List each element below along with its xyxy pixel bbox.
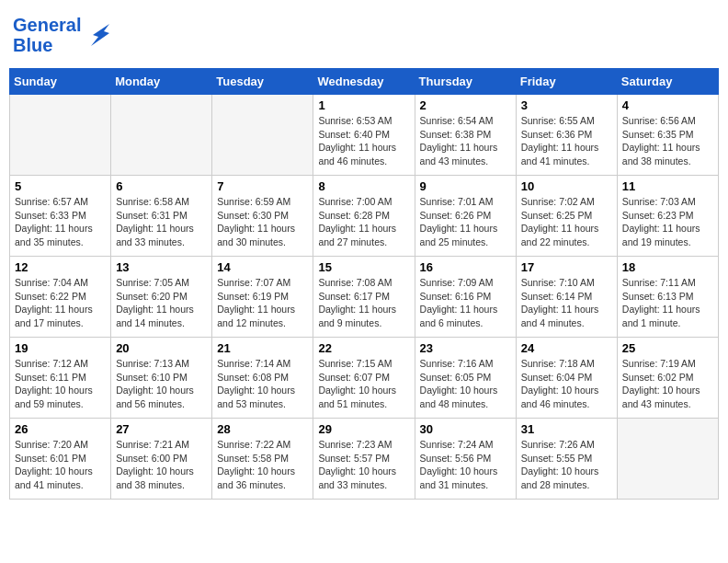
- day-number: 4: [622, 98, 713, 112]
- calendar-cell: [10, 95, 111, 176]
- day-info: Sunrise: 7:09 AMSunset: 6:16 PMDaylight:…: [420, 276, 511, 330]
- calendar-cell: 4Sunrise: 6:56 AMSunset: 6:35 PMDaylight…: [617, 95, 718, 176]
- day-info: Sunrise: 6:59 AMSunset: 6:30 PMDaylight:…: [217, 195, 308, 249]
- calendar-cell: 28Sunrise: 7:22 AMSunset: 5:58 PMDayligh…: [212, 419, 313, 500]
- day-number: 6: [116, 179, 207, 193]
- weekday-header-thursday: Thursday: [415, 69, 516, 95]
- day-number: 1: [318, 98, 409, 112]
- weekday-header-row: SundayMondayTuesdayWednesdayThursdayFrid…: [10, 69, 719, 95]
- calendar-cell: 30Sunrise: 7:24 AMSunset: 5:56 PMDayligh…: [415, 419, 516, 500]
- day-number: 3: [521, 98, 612, 112]
- calendar-cell: 7Sunrise: 6:59 AMSunset: 6:30 PMDaylight…: [212, 176, 313, 257]
- day-number: 20: [116, 341, 207, 355]
- day-info: Sunrise: 7:12 AMSunset: 6:11 PMDaylight:…: [15, 357, 106, 411]
- day-info: Sunrise: 6:57 AMSunset: 6:33 PMDaylight:…: [15, 195, 106, 249]
- calendar-cell: 26Sunrise: 7:20 AMSunset: 6:01 PMDayligh…: [10, 419, 111, 500]
- calendar-cell: 12Sunrise: 7:04 AMSunset: 6:22 PMDayligh…: [10, 257, 111, 338]
- day-number: 18: [622, 260, 713, 274]
- page-header: General Blue: [9, 9, 719, 61]
- day-number: 5: [15, 179, 106, 193]
- calendar-cell: 23Sunrise: 7:16 AMSunset: 6:05 PMDayligh…: [415, 338, 516, 419]
- weekday-header-saturday: Saturday: [617, 69, 718, 95]
- calendar-cell: 6Sunrise: 6:58 AMSunset: 6:31 PMDaylight…: [111, 176, 212, 257]
- day-number: 11: [622, 179, 713, 193]
- calendar-cell: 24Sunrise: 7:18 AMSunset: 6:04 PMDayligh…: [516, 338, 617, 419]
- calendar-cell: 11Sunrise: 7:03 AMSunset: 6:23 PMDayligh…: [617, 176, 718, 257]
- calendar-week-row: 12Sunrise: 7:04 AMSunset: 6:22 PMDayligh…: [10, 257, 719, 338]
- calendar-cell: 29Sunrise: 7:23 AMSunset: 5:57 PMDayligh…: [313, 419, 415, 500]
- weekday-header-monday: Monday: [111, 69, 212, 95]
- day-info: Sunrise: 7:20 AMSunset: 6:01 PMDaylight:…: [15, 438, 106, 492]
- day-info: Sunrise: 7:10 AMSunset: 6:14 PMDaylight:…: [521, 276, 612, 330]
- day-number: 2: [420, 98, 511, 112]
- calendar-cell: 20Sunrise: 7:13 AMSunset: 6:10 PMDayligh…: [111, 338, 212, 419]
- calendar-cell: 19Sunrise: 7:12 AMSunset: 6:11 PMDayligh…: [10, 338, 111, 419]
- day-number: 15: [318, 260, 409, 274]
- day-info: Sunrise: 7:03 AMSunset: 6:23 PMDaylight:…: [622, 195, 713, 249]
- day-number: 9: [420, 179, 511, 193]
- calendar-cell: 14Sunrise: 7:07 AMSunset: 6:19 PMDayligh…: [212, 257, 313, 338]
- logo-text: General: [13, 15, 81, 35]
- day-info: Sunrise: 6:53 AMSunset: 6:40 PMDaylight:…: [318, 114, 409, 168]
- calendar-cell: 27Sunrise: 7:21 AMSunset: 6:00 PMDayligh…: [111, 419, 212, 500]
- day-info: Sunrise: 7:05 AMSunset: 6:20 PMDaylight:…: [116, 276, 207, 330]
- logo-text2: Blue: [13, 35, 81, 55]
- calendar-cell: 21Sunrise: 7:14 AMSunset: 6:08 PMDayligh…: [212, 338, 313, 419]
- weekday-header-sunday: Sunday: [10, 69, 111, 95]
- day-info: Sunrise: 7:00 AMSunset: 6:28 PMDaylight:…: [318, 195, 409, 249]
- day-info: Sunrise: 7:21 AMSunset: 6:00 PMDaylight:…: [116, 438, 207, 492]
- day-number: 31: [521, 422, 612, 436]
- day-info: Sunrise: 7:04 AMSunset: 6:22 PMDaylight:…: [15, 276, 106, 330]
- day-number: 22: [318, 341, 409, 355]
- calendar-week-row: 1Sunrise: 6:53 AMSunset: 6:40 PMDaylight…: [10, 95, 719, 176]
- day-info: Sunrise: 6:56 AMSunset: 6:35 PMDaylight:…: [622, 114, 713, 168]
- day-number: 25: [622, 341, 713, 355]
- weekday-header-tuesday: Tuesday: [212, 69, 313, 95]
- day-number: 13: [116, 260, 207, 274]
- calendar-cell: 17Sunrise: 7:10 AMSunset: 6:14 PMDayligh…: [516, 257, 617, 338]
- calendar-cell: 13Sunrise: 7:05 AMSunset: 6:20 PMDayligh…: [111, 257, 212, 338]
- calendar-cell: 8Sunrise: 7:00 AMSunset: 6:28 PMDaylight…: [313, 176, 415, 257]
- day-info: Sunrise: 6:54 AMSunset: 6:38 PMDaylight:…: [420, 114, 511, 168]
- day-info: Sunrise: 7:11 AMSunset: 6:13 PMDaylight:…: [622, 276, 713, 330]
- day-info: Sunrise: 7:26 AMSunset: 5:55 PMDaylight:…: [521, 438, 612, 492]
- calendar-cell: 22Sunrise: 7:15 AMSunset: 6:07 PMDayligh…: [313, 338, 415, 419]
- day-number: 10: [521, 179, 612, 193]
- day-info: Sunrise: 7:08 AMSunset: 6:17 PMDaylight:…: [318, 276, 409, 330]
- calendar-table: SundayMondayTuesdayWednesdayThursdayFrid…: [9, 68, 719, 500]
- calendar-week-row: 19Sunrise: 7:12 AMSunset: 6:11 PMDayligh…: [10, 338, 719, 419]
- day-number: 21: [217, 341, 308, 355]
- day-info: Sunrise: 7:15 AMSunset: 6:07 PMDaylight:…: [318, 357, 409, 411]
- day-info: Sunrise: 6:55 AMSunset: 6:36 PMDaylight:…: [521, 114, 612, 168]
- logo: General Blue: [13, 15, 113, 55]
- calendar-cell: 10Sunrise: 7:02 AMSunset: 6:25 PMDayligh…: [516, 176, 617, 257]
- weekday-header-friday: Friday: [516, 69, 617, 95]
- svg-marker-0: [91, 24, 109, 46]
- day-info: Sunrise: 7:14 AMSunset: 6:08 PMDaylight:…: [217, 357, 308, 411]
- day-number: 29: [318, 422, 409, 436]
- calendar-cell: 25Sunrise: 7:19 AMSunset: 6:02 PMDayligh…: [617, 338, 718, 419]
- day-info: Sunrise: 7:23 AMSunset: 5:57 PMDaylight:…: [318, 438, 409, 492]
- day-number: 7: [217, 179, 308, 193]
- day-number: 17: [521, 260, 612, 274]
- day-number: 27: [116, 422, 207, 436]
- day-number: 23: [420, 341, 511, 355]
- calendar-cell: 16Sunrise: 7:09 AMSunset: 6:16 PMDayligh…: [415, 257, 516, 338]
- calendar-cell: 2Sunrise: 6:54 AMSunset: 6:38 PMDaylight…: [415, 95, 516, 176]
- calendar-cell: [212, 95, 313, 176]
- logo-icon: [84, 20, 113, 50]
- day-number: 8: [318, 179, 409, 193]
- day-number: 19: [15, 341, 106, 355]
- calendar-week-row: 5Sunrise: 6:57 AMSunset: 6:33 PMDaylight…: [10, 176, 719, 257]
- day-number: 14: [217, 260, 308, 274]
- day-info: Sunrise: 7:13 AMSunset: 6:10 PMDaylight:…: [116, 357, 207, 411]
- day-info: Sunrise: 7:16 AMSunset: 6:05 PMDaylight:…: [420, 357, 511, 411]
- day-info: Sunrise: 7:19 AMSunset: 6:02 PMDaylight:…: [622, 357, 713, 411]
- calendar-cell: 5Sunrise: 6:57 AMSunset: 6:33 PMDaylight…: [10, 176, 111, 257]
- day-info: Sunrise: 7:18 AMSunset: 6:04 PMDaylight:…: [521, 357, 612, 411]
- calendar-cell: 18Sunrise: 7:11 AMSunset: 6:13 PMDayligh…: [617, 257, 718, 338]
- calendar-cell: 9Sunrise: 7:01 AMSunset: 6:26 PMDaylight…: [415, 176, 516, 257]
- day-number: 30: [420, 422, 511, 436]
- day-info: Sunrise: 7:24 AMSunset: 5:56 PMDaylight:…: [420, 438, 511, 492]
- weekday-header-wednesday: Wednesday: [313, 69, 415, 95]
